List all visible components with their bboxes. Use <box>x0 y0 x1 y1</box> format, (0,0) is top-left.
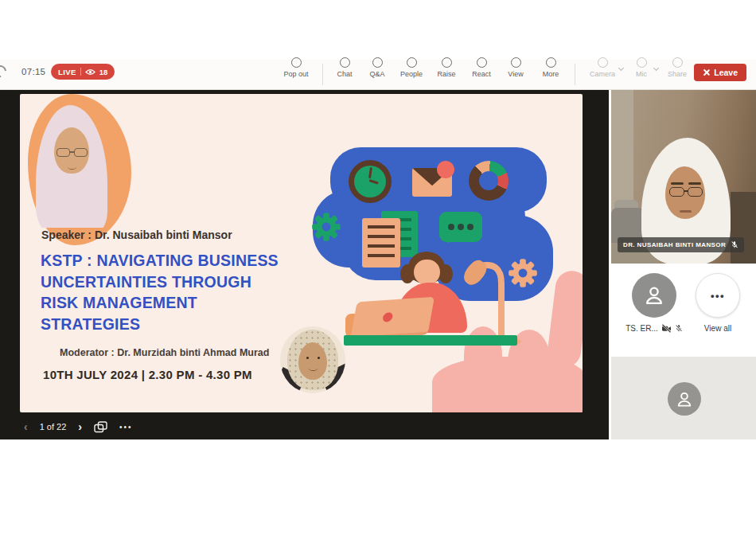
video-tile-speaker[interactable]: DR. NUSAIBAH BINTI MANSOR <box>611 90 756 264</box>
slide-title: KSTP : NAVIGATING BUSINESS UNCERTAINTIES… <box>41 250 279 334</box>
people-icon <box>394 57 429 68</box>
react-icon <box>464 57 499 68</box>
live-badge: LIVE 18 <box>51 64 115 80</box>
deck-more-button[interactable]: ••• <box>119 423 133 432</box>
share-button[interactable]: Share <box>659 63 696 78</box>
camera-icon <box>581 57 624 68</box>
participant-name-label: DR. NUSAIBAH BINTI MANSOR <box>618 237 744 252</box>
view-button[interactable]: View <box>499 63 532 78</box>
page-indicator: 1 of 22 <box>40 422 67 432</box>
leave-button[interactable]: Leave <box>694 64 746 81</box>
qna-icon <box>360 57 394 68</box>
raise-hand-button[interactable]: Raise <box>429 63 464 78</box>
viewer-count: 18 <box>99 68 108 76</box>
participant-avatar <box>668 382 701 416</box>
timer-icon <box>0 63 9 80</box>
title-line-4: STRATEGIES <box>41 314 279 335</box>
moderator-photo <box>280 326 345 393</box>
mic-icon <box>624 57 659 68</box>
ellipsis-icon: ••• <box>711 290 725 302</box>
participants-row: TS. ER... <box>611 264 756 354</box>
meeting-toolbar: 07:15 LIVE 18 Pop out Chat Q&A <box>0 60 756 90</box>
speaker-glasses <box>74 148 88 157</box>
popout-icon <box>275 57 317 68</box>
deck-navigation: ‹ 1 of 22 › ••• <box>24 416 133 437</box>
slide-grid-icon[interactable] <box>94 421 107 433</box>
more-button[interactable]: More <box>532 63 569 78</box>
speaker-photo <box>31 99 112 228</box>
person-icon <box>675 390 694 408</box>
title-line-3: RISK MANAGEMENT <box>41 292 279 314</box>
camera-off-icon <box>661 324 672 333</box>
participant-glasses <box>688 187 703 197</box>
clock-icon <box>349 160 392 203</box>
right-panel: DR. NUSAIBAH BINTI MANSOR TS. ER... <box>611 90 756 439</box>
meeting-timer: 07:15 <box>21 67 45 76</box>
view-icon <box>499 57 532 68</box>
donut-chart-icon <box>469 161 509 201</box>
speech-bubble-icon <box>439 212 482 242</box>
view-all-button[interactable]: ••• <box>696 273 740 318</box>
presentation-stage: Speaker : Dr. Nusaibah binti Mansor KSTP… <box>0 90 609 439</box>
shared-slide: Speaker : Dr. Nusaibah binti Mansor KSTP… <box>20 94 583 412</box>
title-line-2: UNCERTAINTIES THROUGH <box>41 271 279 293</box>
toolbar-divider <box>575 64 575 85</box>
empty-video-tile <box>611 357 756 439</box>
eye-icon <box>85 68 95 76</box>
raise-hand-icon <box>429 57 464 68</box>
title-line-1: KSTP : NAVIGATING BUSINESS <box>41 250 279 271</box>
react-button[interactable]: React <box>464 63 499 78</box>
toolbar-divider <box>322 64 323 85</box>
moderator-face <box>298 342 327 380</box>
participant-name: TS. ER... <box>625 324 658 333</box>
speaker-glasses <box>57 148 70 157</box>
moderator-line: Moderator : Dr. Murzidah binti Ahmad Mur… <box>60 347 269 358</box>
more-icon <box>532 57 569 68</box>
chat-icon <box>329 57 360 68</box>
people-button[interactable]: People <box>394 63 429 78</box>
live-divider <box>80 68 81 76</box>
participant-item: TS. ER... <box>625 273 683 333</box>
pink-blob-shape <box>450 374 583 412</box>
previous-slide-button[interactable]: ‹ <box>24 421 28 432</box>
meeting-window: 07:15 LIVE 18 Pop out Chat Q&A <box>0 0 756 539</box>
mic-muted-icon <box>675 324 683 333</box>
leave-x-icon <box>703 69 709 76</box>
desk-shape <box>344 335 517 346</box>
share-icon <box>659 57 696 68</box>
gear-icon <box>508 258 538 288</box>
gear-icon <box>311 212 341 242</box>
view-all-label: View all <box>704 324 731 333</box>
participant-avatar[interactable] <box>632 273 676 318</box>
datetime-line: 10TH JULY 2024 | 2.30 PM - 4.30 PM <box>43 368 252 381</box>
next-slide-button[interactable]: › <box>78 421 82 432</box>
speaker-line: Speaker : Dr. Nusaibah binti Mansor <box>41 228 232 241</box>
camera-button[interactable]: Camera <box>581 63 624 78</box>
pink-blob-shape <box>546 269 583 369</box>
popout-button[interactable]: Pop out <box>275 63 317 78</box>
mic-muted-icon <box>731 240 738 249</box>
toolbar-actions: Pop out Chat Q&A People Raise React <box>275 63 696 85</box>
qna-button[interactable]: Q&A <box>360 63 394 78</box>
mic-button[interactable]: Mic <box>624 63 659 78</box>
person-icon <box>642 284 666 307</box>
chat-button[interactable]: Chat <box>329 63 360 78</box>
participant-glasses <box>669 187 684 197</box>
view-all-item: ••• View all <box>689 273 746 333</box>
notification-dot-icon <box>437 161 454 178</box>
live-label: LIVE <box>58 68 76 76</box>
laptop-icon <box>350 297 435 341</box>
